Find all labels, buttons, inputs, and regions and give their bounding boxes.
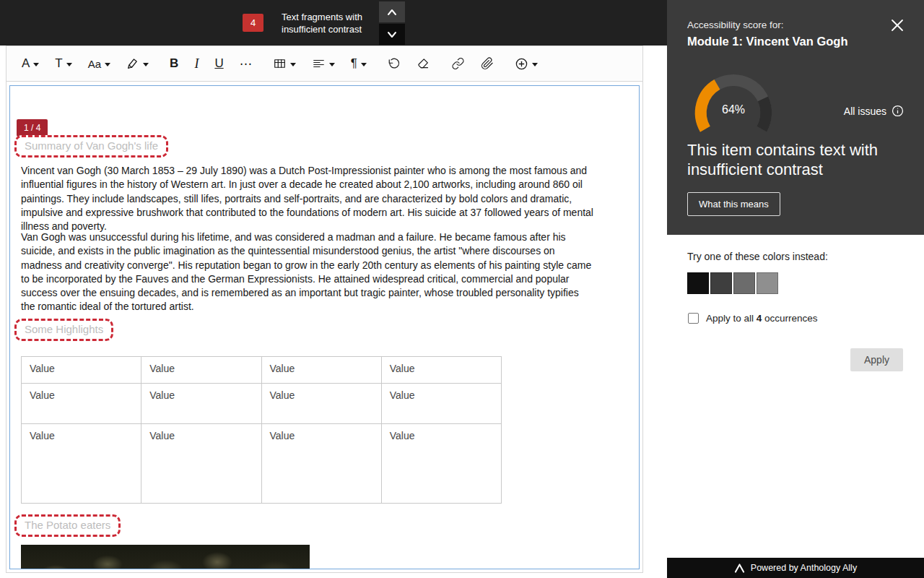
issue-count-badge: 4 — [243, 14, 263, 32]
next-issue-button[interactable] — [379, 24, 405, 45]
apply-all-label: Apply to all 4 occurrences — [706, 313, 818, 324]
close-icon — [891, 19, 904, 32]
table-icon — [273, 57, 287, 70]
chevron-down-icon — [387, 31, 397, 38]
module-title: Module 1: Vincent Van Gogh — [687, 35, 847, 48]
chevron-down-icon — [329, 63, 335, 66]
chevron-up-icon — [387, 9, 397, 16]
underline-button[interactable]: U — [208, 51, 230, 76]
highlighter-icon — [126, 57, 139, 70]
issue-type-line1: Text fragments with — [282, 11, 362, 23]
table-row: Value Value Value Value — [22, 424, 502, 504]
issue-type-line2: insufficient contrast — [282, 23, 362, 35]
pilcrow-icon: ¶ — [351, 56, 357, 71]
table-row: Value Value Value Value — [22, 384, 502, 424]
insert-link-button[interactable] — [445, 51, 471, 76]
color-swatches — [687, 272, 778, 294]
bold-button[interactable]: B — [163, 51, 185, 76]
link-icon — [451, 57, 465, 70]
color-suggestion-label: Try one of these colors instead: — [687, 251, 828, 262]
font-button[interactable]: Aa — [82, 51, 117, 76]
table-cell[interactable]: Value — [22, 384, 141, 424]
ally-footer: Powered by Anthology Ally — [667, 558, 924, 578]
more-formatting-button[interactable]: ⋯ — [233, 51, 258, 76]
table-cell[interactable]: Value — [141, 357, 261, 384]
table-cell[interactable]: Value — [141, 424, 261, 504]
apply-all-row: Apply to all 4 occurrences — [688, 313, 818, 324]
table-cell[interactable]: Value — [22, 424, 141, 504]
footer-text: Powered by Anthology Ally — [751, 563, 857, 573]
paragraph-format-button[interactable]: ¶ — [344, 51, 373, 76]
attach-file-button[interactable] — [474, 51, 500, 76]
table-cell[interactable]: Value — [381, 357, 501, 384]
score-for-label: Accessibility score for: — [687, 20, 784, 30]
issue-position-badge: 1 / 4 — [17, 119, 48, 137]
table-cell[interactable]: Value — [261, 424, 381, 504]
undo-button[interactable] — [381, 51, 407, 76]
chevron-down-icon — [143, 63, 149, 66]
alignment-button[interactable] — [305, 51, 341, 76]
color-swatch-3[interactable] — [733, 272, 755, 294]
potato-eaters-image[interactable] — [21, 545, 310, 569]
insert-table-button[interactable] — [266, 51, 302, 76]
previous-issue-button[interactable] — [379, 1, 405, 22]
rich-text-editor: A T Aa B I U ⋯ ¶ — [6, 46, 643, 573]
editor-toolbar: A T Aa B I U ⋯ ¶ — [6, 46, 642, 82]
chevron-down-icon — [290, 63, 296, 66]
info-icon — [892, 105, 904, 117]
chevron-down-icon — [532, 63, 538, 66]
close-panel-button[interactable] — [889, 18, 905, 34]
chevron-down-icon — [66, 63, 72, 66]
anthology-logo-icon — [734, 564, 745, 573]
panel-score-section: Accessibility score for: Module 1: Vince… — [667, 0, 924, 235]
table-cell[interactable]: Value — [22, 357, 141, 384]
italic-button[interactable]: I — [188, 51, 205, 76]
paperclip-icon — [481, 57, 494, 70]
undo-icon — [388, 57, 401, 70]
color-swatch-1[interactable] — [687, 272, 709, 294]
flagged-heading-summary[interactable]: Summary of Van Gogh's life — [14, 135, 168, 158]
table-cell[interactable]: Value — [381, 384, 501, 424]
all-issues-link[interactable]: All issues — [844, 105, 904, 117]
eraser-icon — [417, 57, 430, 70]
contrast-issues-topbar: 4 Text fragments with insufficient contr… — [0, 0, 667, 46]
what-this-means-button[interactable]: What this means — [687, 192, 780, 216]
issue-type-label: Text fragments with insufficient contras… — [282, 11, 362, 35]
issue-headline: This item contains text with insufficien… — [687, 140, 901, 179]
text-style-button[interactable]: T — [48, 51, 78, 76]
highlight-color-button[interactable] — [120, 51, 155, 76]
plus-circle-icon — [515, 57, 528, 71]
apply-button[interactable]: Apply — [850, 348, 903, 371]
chevron-down-icon — [33, 63, 39, 66]
apply-all-checkbox[interactable] — [688, 313, 699, 324]
body-paragraph-1: Vincent van Gogh (30 March 1853 – 29 Jul… — [21, 164, 595, 233]
table-cell[interactable]: Value — [261, 357, 381, 384]
flagged-heading-highlights[interactable]: Some Highlights — [14, 319, 113, 341]
color-swatch-2[interactable] — [710, 272, 732, 294]
ellipsis-icon: ⋯ — [240, 56, 252, 72]
table-cell[interactable]: Value — [381, 424, 501, 504]
body-paragraph-2: Van Gogh was unsuccessful during his lif… — [21, 230, 595, 314]
color-swatch-4[interactable] — [757, 272, 778, 294]
text-color-button[interactable]: A — [15, 51, 45, 76]
chevron-down-icon — [105, 63, 110, 66]
table-cell[interactable]: Value — [141, 384, 261, 424]
chevron-down-icon — [361, 63, 367, 66]
score-value: 64% — [689, 103, 778, 116]
insert-content-button[interactable] — [508, 51, 544, 76]
flagged-heading-potato-eaters[interactable]: The Potato eaters — [14, 514, 121, 537]
rce-content-area[interactable]: 1 / 4 Summary of Van Gogh's life Vincent… — [9, 85, 640, 569]
content-table: Value Value Value Value Value Value Valu… — [21, 356, 502, 504]
table-cell[interactable]: Value — [261, 384, 381, 424]
accessibility-score-gauge — [689, 68, 778, 136]
table-row: Value Value Value Value — [22, 357, 502, 384]
ally-accessibility-panel: Accessibility score for: Module 1: Vince… — [667, 0, 924, 578]
align-left-icon — [312, 57, 326, 70]
clear-formatting-button[interactable] — [410, 51, 437, 76]
